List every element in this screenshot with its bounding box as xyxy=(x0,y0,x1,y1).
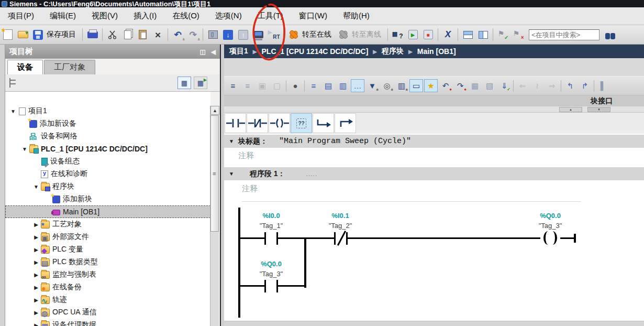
open-element-button[interactable]: ▦ xyxy=(194,77,207,89)
download-block-icon[interactable]: ▦ xyxy=(468,79,482,92)
goto-previous-icon[interactable]: ⇐ xyxy=(516,79,529,92)
tree-item-device-config[interactable]: 设备组态 xyxy=(5,155,210,168)
jump-label-icon[interactable]: ≀ xyxy=(530,79,544,92)
branch-contact-address[interactable]: %Q0.0 xyxy=(248,260,295,268)
split-editor-vertical-button[interactable] xyxy=(476,28,490,42)
block-title-value[interactable]: "Main Program Sweep (Cycle)" xyxy=(279,137,411,146)
branch-contact-name[interactable]: "Tag_3" xyxy=(248,270,295,278)
contact1-name[interactable]: "Tag_1" xyxy=(248,222,295,230)
expand-all-networks-icon[interactable]: ▤ xyxy=(321,79,335,92)
go-offline-label[interactable]: 转至离线 xyxy=(351,30,385,39)
tree-item-add-new-block[interactable]: 添加新块 xyxy=(5,193,210,205)
previous-bookmark-icon[interactable]: ↰ xyxy=(563,79,577,92)
new-project-button[interactable] xyxy=(1,28,15,42)
branch-no-contact[interactable] xyxy=(264,280,278,292)
coil-button[interactable] xyxy=(269,113,290,133)
tree-scrollbar[interactable]: ▲ ≡ xyxy=(210,106,219,326)
tree-item-online-diagnostics[interactable]: 在线和诊断 xyxy=(5,168,210,180)
tab-devices[interactable]: 设备 xyxy=(7,60,43,74)
tree-item-external-sources[interactable]: 外部源文件 xyxy=(5,231,210,243)
crumb-project1[interactable]: 项目1 ▶ xyxy=(229,47,262,56)
redo-dropdown-icon[interactable]: ± xyxy=(198,37,200,41)
contact2-address[interactable]: %I0.1 xyxy=(317,212,364,220)
block-title-bar[interactable]: ▼ 块标题： "Main Program Sweep (Cycle)" xyxy=(224,135,644,148)
close-branch-button[interactable] xyxy=(335,113,356,133)
menu-edit[interactable]: 编辑(E) xyxy=(42,7,84,25)
expander-icon[interactable] xyxy=(31,222,41,227)
accessible-devices-button[interactable] xyxy=(391,28,405,42)
show-absolute-addresses-icon[interactable]: ▼ ± xyxy=(365,79,379,92)
splitter-expand-icon[interactable]: ▲ xyxy=(559,107,582,112)
tree-item-add-new-device[interactable]: 添加新设备 xyxy=(5,117,210,130)
expander-icon[interactable] xyxy=(31,322,41,326)
tree-item-traces[interactable]: 轨迹 xyxy=(5,294,210,306)
expander-icon[interactable] xyxy=(31,259,41,265)
toggle-network-comments-icon[interactable]: … xyxy=(351,79,364,92)
tree-item-devices-networks[interactable]: 设备和网络 xyxy=(5,130,210,143)
contact2-name[interactable]: "Tag_2" xyxy=(317,222,364,230)
tree-item-online-backups[interactable]: 在线备份 xyxy=(5,281,210,294)
splitter-collapse-icon[interactable]: ▼ xyxy=(587,107,610,112)
network1-header[interactable]: ▼ 程序段 1： ..... xyxy=(224,167,644,180)
redo-button[interactable]: ↷± xyxy=(186,28,200,42)
menu-help[interactable]: 帮助(H) xyxy=(335,7,377,25)
tree-item-device-proxy-data[interactable]: 设备代理数据 xyxy=(5,319,210,326)
undo-dropdown-icon[interactable]: ± xyxy=(183,37,185,41)
block-interface-toggle-icon[interactable]: ▭ xyxy=(409,79,423,92)
tree-item-program-blocks[interactable]: 程序块 xyxy=(5,180,210,193)
go-offline-button[interactable] xyxy=(336,28,350,42)
expander-icon[interactable] xyxy=(31,297,41,303)
show-operand-info-icon[interactable]: ▥ ± xyxy=(395,79,408,92)
pin-panel-icon[interactable]: ◫ xyxy=(199,48,205,56)
expander-icon[interactable] xyxy=(31,234,41,240)
collapse-panel-icon[interactable]: ◀ xyxy=(211,48,216,56)
menu-options[interactable]: 选项(N) xyxy=(207,7,250,25)
crumb-main-ob1[interactable]: Main [OB1] ▶ xyxy=(417,47,456,56)
edge-cut-icon[interactable]: ▌ xyxy=(596,79,610,92)
tree-item-tech-objects[interactable]: 工艺对象 xyxy=(5,218,210,231)
expander-icon[interactable] xyxy=(31,184,41,190)
go-online-button[interactable] xyxy=(286,28,301,42)
crumb-plc1[interactable]: PLC_1 [CPU 1214C DC/DC/DC] ▶ xyxy=(262,47,382,56)
contact1-no-contact[interactable] xyxy=(264,232,278,245)
call-structure-icon[interactable]: ⇒ xyxy=(545,79,559,92)
redo-status-icon[interactable]: ↷ ● xyxy=(453,79,467,92)
collapse-all-networks-icon[interactable]: ▥ xyxy=(336,79,350,92)
undo-button[interactable]: ↶± xyxy=(171,28,185,42)
upload-from-device-button[interactable]: ↑ xyxy=(236,28,250,42)
save-project-label[interactable]: 保存项目 xyxy=(46,30,80,39)
open-project-button[interactable] xyxy=(16,28,30,42)
stop-runtime-button[interactable] xyxy=(267,28,281,42)
search-project-button[interactable] xyxy=(603,28,617,42)
contact1-address[interactable]: %I0.0 xyxy=(248,212,295,220)
upload-block-icon[interactable]: ▧ xyxy=(483,79,496,92)
tree-item-project1[interactable]: 项目1 xyxy=(5,105,210,117)
contact2-nc-contact[interactable] xyxy=(334,232,348,245)
save-project-button[interactable] xyxy=(31,28,45,42)
print-button[interactable] xyxy=(85,28,99,42)
tree-view-icon[interactable] xyxy=(9,78,19,88)
collapse-network1-icon[interactable]: ▼ xyxy=(229,171,234,177)
open-branch-button[interactable] xyxy=(313,113,334,133)
network2-header-partial[interactable] xyxy=(224,321,644,326)
network1-title-placeholder[interactable]: ..... xyxy=(306,170,318,178)
load-configuration-button[interactable] xyxy=(206,28,220,42)
undo-status-icon[interactable]: ↶ ● xyxy=(439,79,452,92)
clear-marks-button[interactable]: × xyxy=(511,28,525,42)
absolute-operands-icon[interactable]: ● xyxy=(288,79,302,92)
insert-row-icon[interactable]: ▣ xyxy=(256,79,269,92)
next-bookmark-icon[interactable]: ↱ xyxy=(578,79,592,92)
cut-button[interactable] xyxy=(105,28,119,42)
compile-block-icon[interactable]: ⇓ ✓ xyxy=(497,79,511,92)
split-editor-horizontal-button[interactable] xyxy=(461,28,475,42)
nc-contact-button[interactable] xyxy=(247,113,268,133)
copy-button[interactable] xyxy=(120,28,135,42)
start-simulation-button[interactable] xyxy=(251,28,265,42)
favorites-toggle-icon[interactable]: ★ xyxy=(424,79,438,92)
show-marks-button[interactable]: ✓ xyxy=(496,28,510,42)
expander-icon[interactable] xyxy=(31,247,41,253)
menu-project[interactable]: 项目(P) xyxy=(0,7,42,25)
delete-button[interactable]: × xyxy=(151,28,165,42)
expander-icon[interactable] xyxy=(8,108,18,114)
tree-item-main-ob1[interactable]: Main [OB1] xyxy=(5,205,210,218)
